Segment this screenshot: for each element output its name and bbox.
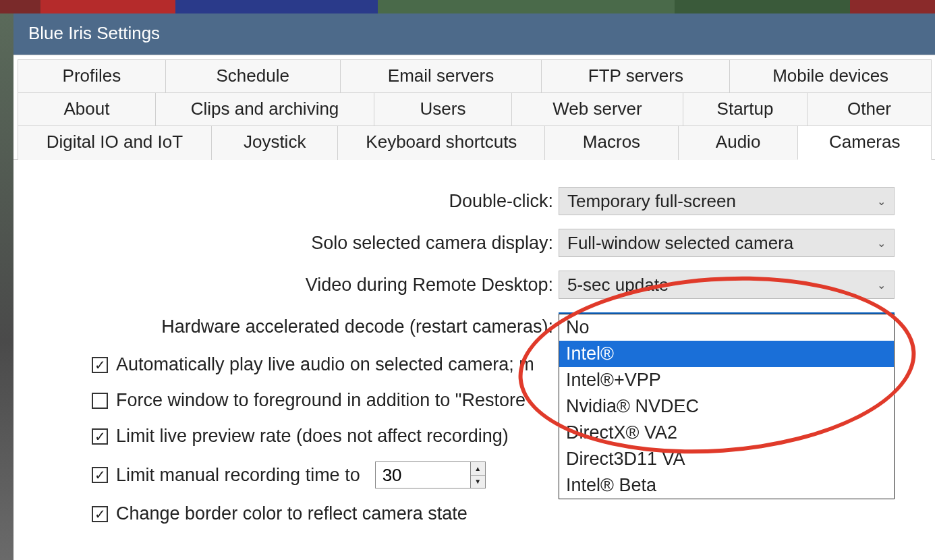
spin-down-icon[interactable]: ▼ bbox=[471, 476, 485, 488]
check-limit-rec[interactable]: ✓ bbox=[92, 467, 108, 483]
tab-row-2: About Clips and archiving Users Web serv… bbox=[18, 92, 931, 125]
chevron-down-icon: ⌄ bbox=[877, 237, 886, 250]
tab-row-3: Digital IO and IoT Joystick Keyboard sho… bbox=[18, 125, 931, 159]
background-left bbox=[0, 13, 13, 560]
combo-remote[interactable]: 5-sec update ⌄ bbox=[559, 271, 895, 299]
tab-mobile-devices[interactable]: Mobile devices bbox=[729, 59, 932, 93]
limit-rec-input[interactable] bbox=[376, 462, 470, 488]
limit-rec-spinner: ▲ ▼ bbox=[470, 462, 485, 488]
chevron-down-icon: ⌄ bbox=[877, 279, 886, 291]
tab-keyboard-shortcuts[interactable]: Keyboard shortcuts bbox=[337, 125, 545, 160]
chevron-down-icon: ⌄ bbox=[877, 195, 886, 208]
tab-joystick[interactable]: Joystick bbox=[211, 125, 339, 160]
label-double-click: Double-click: bbox=[54, 191, 559, 212]
tab-startup[interactable]: Startup bbox=[683, 92, 808, 126]
hw-opt-d3d11-va[interactable]: Direct3D11 VA bbox=[559, 446, 894, 472]
window-title: Blue Iris Settings bbox=[13, 13, 935, 55]
hw-opt-directx-va2[interactable]: DirectX® VA2 bbox=[559, 420, 894, 446]
tab-web-server[interactable]: Web server bbox=[511, 92, 683, 126]
check-force-fg-label: Force window to foreground in addition t… bbox=[116, 390, 526, 411]
tab-macros[interactable]: Macros bbox=[544, 125, 679, 160]
tab-cameras[interactable]: Cameras bbox=[797, 125, 932, 160]
check-force-fg[interactable] bbox=[92, 393, 108, 409]
tab-other[interactable]: Other bbox=[807, 92, 932, 126]
tab-digital-io[interactable]: Digital IO and IoT bbox=[18, 125, 212, 160]
tab-ftp-servers[interactable]: FTP servers bbox=[541, 59, 730, 93]
tabs-area: Profiles Schedule Email servers FTP serv… bbox=[13, 55, 935, 160]
combo-solo[interactable]: Full-window selected camera ⌄ bbox=[559, 229, 895, 257]
limit-rec-value-box: ▲ ▼ bbox=[375, 461, 486, 488]
check-auto-audio[interactable]: ✓ bbox=[92, 357, 108, 373]
tab-row-1: Profiles Schedule Email servers FTP serv… bbox=[18, 59, 931, 92]
check-auto-audio-label: Automatically play live audio on selecte… bbox=[116, 354, 534, 375]
hw-opt-intel-beta[interactable]: Intel® Beta bbox=[559, 472, 894, 499]
combo-double-click-value: Temporary full-screen bbox=[567, 191, 736, 212]
combo-remote-value: 5-sec update bbox=[567, 275, 669, 296]
check-limit-live-label: Limit live preview rate (does not affect… bbox=[116, 426, 509, 447]
tab-clips-archiving[interactable]: Clips and archiving bbox=[155, 92, 374, 126]
hw-opt-intel[interactable]: Intel® bbox=[559, 341, 894, 367]
check-limit-rec-label: Limit manual recording time to bbox=[116, 465, 360, 486]
spin-up-icon[interactable]: ▲ bbox=[471, 462, 485, 476]
tab-schedule[interactable]: Schedule bbox=[165, 59, 341, 93]
check-border-label: Change border color to reflect camera st… bbox=[116, 503, 468, 524]
settings-window: Blue Iris Settings Profiles Schedule Ema… bbox=[13, 13, 935, 560]
tab-email-servers[interactable]: Email servers bbox=[340, 59, 542, 93]
label-remote: Video during Remote Desktop: bbox=[54, 275, 559, 296]
hw-opt-no[interactable]: No bbox=[559, 314, 894, 341]
hw-decode-dropdown: No Intel® Intel®+VPP Nvidia® NVDEC Direc… bbox=[559, 314, 895, 499]
check-border-row: ✓ Change border color to reflect camera … bbox=[92, 503, 895, 524]
combo-solo-value: Full-window selected camera bbox=[567, 233, 793, 254]
check-limit-live[interactable]: ✓ bbox=[92, 428, 108, 445]
hw-opt-nvidia[interactable]: Nvidia® NVDEC bbox=[559, 393, 894, 420]
hw-opt-intel-vpp[interactable]: Intel®+VPP bbox=[559, 367, 894, 393]
label-hw-decode: Hardware accelerated decode (restart cam… bbox=[54, 316, 559, 337]
tab-audio[interactable]: Audio bbox=[678, 125, 799, 160]
combo-double-click[interactable]: Temporary full-screen ⌄ bbox=[559, 187, 895, 215]
tab-about[interactable]: About bbox=[18, 92, 156, 126]
background-strip bbox=[0, 0, 935, 13]
tab-profiles[interactable]: Profiles bbox=[18, 59, 166, 93]
tab-content-cameras: Double-click: Temporary full-screen ⌄ So… bbox=[13, 160, 935, 539]
label-solo: Solo selected camera display: bbox=[54, 233, 559, 254]
check-border[interactable]: ✓ bbox=[92, 506, 108, 522]
tab-users[interactable]: Users bbox=[374, 92, 512, 126]
